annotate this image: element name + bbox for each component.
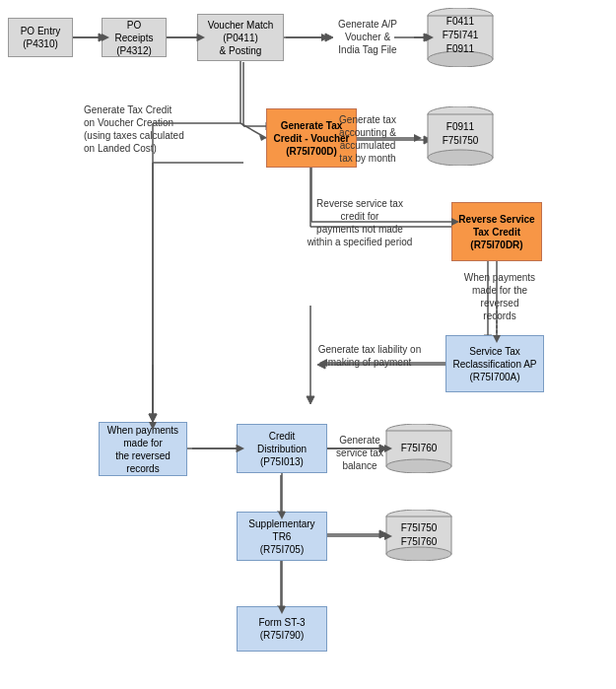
reverse-service-box: Reverse ServiceTax Credit(R75I70DR): [451, 202, 542, 261]
svg-point-48: [386, 547, 451, 561]
voucher-match-box: Voucher Match(P0411)& Posting: [197, 14, 284, 61]
cylinder-3: F75I760: [384, 424, 453, 473]
gen-tax-accounting-label: Generate taxaccounting &accumulatedtax b…: [323, 113, 412, 165]
svg-point-42: [428, 150, 493, 166]
supplementary-tr6-box: SupplementaryTR6(R75I705): [237, 512, 327, 561]
when-payments-right-label: When paymentsmade for thereversedrecords: [455, 271, 544, 322]
credit-distribution-box: CreditDistribution(P75I013): [237, 424, 327, 473]
svg-marker-36: [149, 414, 157, 422]
service-tax-reclass-box: Service TaxReclassification AP(R75I700A): [445, 335, 544, 392]
cylinder-2: F0911F75I750: [426, 106, 495, 166]
diagram: PO Entry (P4310) PO Receipts(P4312) Vouc…: [0, 0, 616, 689]
po-receipts-box: PO Receipts(P4312): [102, 18, 167, 57]
form-st3-box: Form ST-3(R75I790): [237, 606, 327, 652]
cylinder-4: F75I750F75I760: [384, 510, 453, 561]
gen-service-tax-balance-label: Generateservice taxbalance: [330, 434, 389, 472]
gen-ap-label: Generate A/PVoucher &India Tag File: [323, 18, 412, 56]
svg-line-64: [240, 123, 266, 138]
cylinder-1: F0411F75I741F0911: [426, 8, 495, 67]
svg-point-45: [386, 459, 451, 473]
gen-tax-credit-label: Generate Tax Crediton Voucher Creation(u…: [84, 103, 212, 155]
when-payments-left-box: When paymentsmade forthe reversedrecords: [99, 422, 187, 476]
svg-marker-67: [414, 134, 422, 142]
gen-tax-liability-label: Generate tax liability onmaking of payme…: [306, 343, 434, 369]
svg-marker-33: [149, 414, 157, 422]
svg-marker-21: [307, 396, 314, 404]
po-entry-box: PO Entry (P4310): [8, 18, 73, 57]
svg-marker-65: [259, 135, 266, 141]
reverse-service-label: Reverse service taxcredit forpayments no…: [296, 197, 424, 248]
